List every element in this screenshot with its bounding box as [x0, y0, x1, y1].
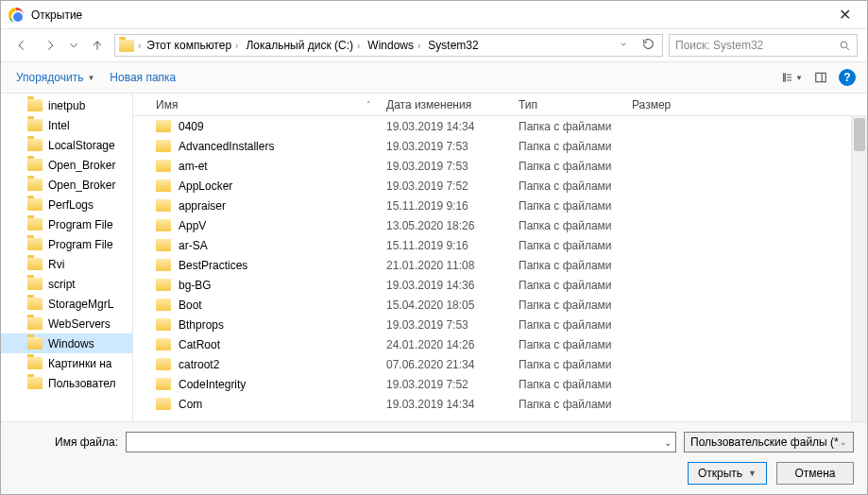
folder-icon: [27, 317, 43, 330]
organize-label: Упорядочить: [16, 71, 83, 84]
sidebar-item-label: WebServers: [48, 317, 111, 331]
sidebar-item[interactable]: PerfLogs: [1, 195, 132, 214]
file-name: catroot2: [179, 358, 219, 371]
sidebar-item[interactable]: StorageMgrL: [1, 294, 132, 314]
breadcrumb[interactable]: System32: [426, 39, 480, 52]
cell-type: Папка с файлами: [511, 199, 624, 213]
address-dropdown[interactable]: [613, 39, 634, 52]
sidebar-item[interactable]: Картинки на: [1, 353, 132, 373]
table-row[interactable]: BestPractices21.01.2020 11:08Папка с фай…: [133, 255, 867, 275]
address-bar[interactable]: › Этот компьютер› Локальный диск (C:)› W…: [114, 34, 663, 57]
cell-date: 19.03.2019 7:53: [379, 140, 511, 153]
breadcrumb-label: System32: [428, 39, 478, 52]
folder-icon: [156, 140, 171, 152]
table-row[interactable]: CodeIntegrity19.03.2019 7:52Папка с файл…: [133, 374, 867, 394]
table-row[interactable]: 040919.03.2019 14:34Папка с файлами: [133, 116, 867, 136]
table-row[interactable]: AppLocker19.03.2019 7:52Папка с файлами: [133, 176, 867, 196]
open-button[interactable]: Открыть ▼: [688, 462, 767, 485]
sidebar-item-label: script: [48, 278, 76, 291]
chevron-down-icon: ⌄: [840, 437, 847, 447]
table-row[interactable]: Com19.03.2019 14:34Папка с файлами: [133, 394, 867, 414]
new-folder-label: Новая папка: [110, 71, 176, 84]
cell-date: 19.03.2019 14:36: [379, 279, 511, 292]
cell-type: Папка с файлами: [511, 179, 624, 193]
sidebar-item[interactable]: Program File: [1, 234, 132, 254]
sidebar-item[interactable]: Intel: [1, 115, 132, 135]
column-size[interactable]: Размер: [624, 98, 700, 111]
cell-name: Com: [133, 398, 379, 411]
chrome-icon: [9, 8, 24, 23]
preview-pane-button[interactable]: [810, 67, 831, 88]
column-name[interactable]: Имя˄: [133, 98, 379, 111]
back-button[interactable]: [10, 34, 33, 57]
close-button[interactable]: ✕: [825, 6, 863, 24]
filename-dropdown[interactable]: ⌄: [664, 437, 672, 448]
cell-date: 19.03.2019 14:34: [379, 120, 511, 133]
folder-icon: [27, 179, 43, 191]
table-row[interactable]: CatRoot24.01.2020 14:26Папка с файлами: [133, 334, 867, 354]
file-rows: 040919.03.2019 14:34Папка с файламиAdvan…: [133, 116, 867, 421]
new-folder-button[interactable]: Новая папка: [106, 69, 179, 86]
cell-type: Папка с файлами: [511, 140, 624, 153]
table-row[interactable]: AdvancedInstallers19.03.2019 7:53Папка с…: [133, 136, 867, 156]
chevron-down-icon: [67, 39, 80, 52]
sidebar-item[interactable]: LocalStorage: [1, 135, 132, 155]
cell-type: Папка с файлами: [511, 219, 624, 232]
cell-date: 19.03.2019 7:53: [379, 160, 511, 173]
sidebar-item[interactable]: Open_Broker: [1, 155, 132, 175]
cell-date: 21.01.2020 11:08: [379, 259, 511, 272]
toolbar: Упорядочить ▼ Новая папка ▼ ?: [1, 61, 867, 94]
scrollbar[interactable]: [851, 116, 867, 421]
search-input[interactable]: Поиск: System32: [669, 34, 858, 57]
scroll-thumb[interactable]: [854, 118, 865, 151]
sidebar-item[interactable]: WebServers: [1, 314, 132, 333]
refresh-button[interactable]: [638, 38, 658, 53]
recent-dropdown[interactable]: [67, 34, 80, 57]
sidebar-item[interactable]: script: [1, 274, 132, 294]
table-row[interactable]: AppV13.05.2020 18:26Папка с файлами: [133, 215, 867, 235]
breadcrumb[interactable]: Локальный диск (C:)›: [244, 39, 362, 52]
table-row[interactable]: bg-BG19.03.2019 14:36Папка с файлами: [133, 275, 867, 295]
up-button[interactable]: [86, 34, 109, 57]
table-row[interactable]: catroot207.06.2020 21:34Папка с файлами: [133, 354, 867, 374]
sidebar-item[interactable]: Program File: [1, 214, 132, 234]
cancel-button[interactable]: Отмена: [776, 462, 854, 485]
sidebar-item[interactable]: Windows: [1, 333, 132, 353]
table-row[interactable]: ar-SA15.11.2019 9:16Папка с файлами: [133, 235, 867, 255]
forward-button[interactable]: [39, 34, 61, 57]
cell-date: 19.03.2019 14:34: [379, 398, 511, 411]
cell-type: Папка с файлами: [511, 299, 624, 312]
nav-row: › Этот компьютер› Локальный диск (C:)› W…: [1, 29, 867, 61]
folder-icon: [27, 298, 43, 310]
file-name: AppV: [179, 219, 206, 232]
help-button[interactable]: ?: [839, 69, 856, 86]
organize-button[interactable]: Упорядочить ▼: [12, 69, 98, 86]
sidebar-item[interactable]: Open_Broker: [1, 175, 132, 195]
view-options-button[interactable]: ▼: [782, 67, 803, 88]
cell-name: AppLocker: [133, 179, 379, 193]
table-row[interactable]: am-et19.03.2019 7:53Папка с файлами: [133, 156, 867, 176]
chevron-down-icon: ▼: [795, 74, 803, 82]
cell-name: appraiser: [133, 199, 379, 213]
column-date[interactable]: Дата изменения: [379, 98, 511, 111]
table-row[interactable]: Boot15.04.2020 18:05Папка с файлами: [133, 295, 867, 315]
filename-row: Имя файла: ⌄ Пользовательские файлы (*.j…: [14, 432, 854, 452]
open-label: Открыть: [698, 467, 742, 480]
breadcrumb[interactable]: Windows›: [366, 39, 422, 52]
sidebar-item-label: Intel: [48, 119, 70, 132]
chevron-down-icon: ▼: [87, 74, 94, 82]
chevron-right-icon: ›: [357, 41, 360, 51]
sidebar-item[interactable]: inetpub: [1, 95, 132, 115]
table-row[interactable]: appraiser15.11.2019 9:16Папка с файлами: [133, 196, 867, 215]
column-type[interactable]: Тип: [511, 98, 624, 111]
file-filter-dropdown[interactable]: Пользовательские файлы (*.jp ⌄: [684, 432, 854, 452]
folder-icon: [27, 198, 43, 211]
filename-input[interactable]: ⌄: [126, 432, 676, 452]
sidebar-item[interactable]: Пользовател: [1, 373, 132, 393]
filename-field[interactable]: [130, 435, 664, 450]
sidebar-item[interactable]: Rvi: [1, 254, 132, 274]
table-row[interactable]: Bthprops19.03.2019 7:53Папка с файлами: [133, 315, 867, 334]
file-name: Com: [179, 398, 202, 411]
breadcrumb[interactable]: Этот компьютер›: [145, 39, 240, 52]
chevron-down-icon: [619, 40, 628, 49]
